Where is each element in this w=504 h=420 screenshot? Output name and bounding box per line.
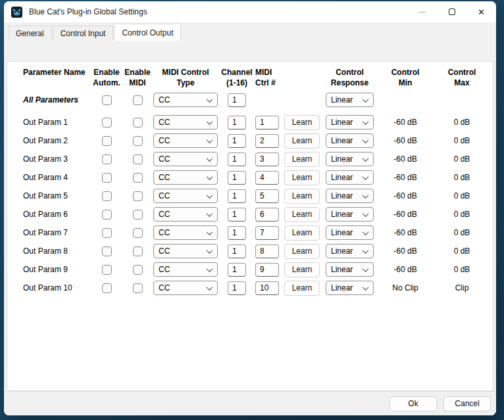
midi-control-type-select[interactable]: CC xyxy=(153,133,218,148)
control-response-select[interactable]: Linear xyxy=(326,133,374,148)
close-button[interactable]: ✕ xyxy=(466,1,496,22)
enable-midi-checkbox[interactable] xyxy=(133,95,143,105)
tab-general[interactable]: General xyxy=(8,26,52,40)
channel-input[interactable] xyxy=(228,208,246,222)
tab-control-input[interactable]: Control Input xyxy=(53,26,114,40)
control-max-value: 0 dB xyxy=(436,118,488,127)
enable-midi-checkbox[interactable] xyxy=(133,265,143,275)
learn-button[interactable]: Learn xyxy=(284,225,320,241)
midi-ctrl-input[interactable] xyxy=(255,245,279,258)
header-control-response: ControlResponse xyxy=(326,67,374,88)
param-name-label: Out Param 6 xyxy=(23,210,97,219)
midi-ctrl-input[interactable] xyxy=(255,189,279,203)
title-bar[interactable]: Blue Cat's Plug-in Global Settings ✕ xyxy=(4,1,496,22)
enable-midi-checkbox[interactable] xyxy=(133,246,143,256)
enable-autom-checkbox[interactable] xyxy=(102,173,112,183)
learn-button[interactable]: Learn xyxy=(284,152,320,167)
midi-ctrl-input[interactable] xyxy=(255,263,279,277)
enable-autom-checkbox[interactable] xyxy=(102,210,112,220)
maximize-icon xyxy=(449,9,455,15)
ok-button[interactable]: Ok xyxy=(390,396,437,411)
midi-ctrl-input[interactable] xyxy=(255,208,279,222)
param-name-label: Out Param 9 xyxy=(23,265,97,274)
enable-autom-checkbox[interactable] xyxy=(102,118,112,128)
control-response-select[interactable]: Linear xyxy=(326,170,374,185)
midi-ctrl-input[interactable] xyxy=(255,134,279,148)
control-response-select[interactable]: Linear xyxy=(326,93,374,107)
channel-input[interactable] xyxy=(228,226,246,240)
maximize-button[interactable] xyxy=(437,1,466,22)
learn-button[interactable]: Learn xyxy=(284,207,320,222)
learn-button[interactable]: Learn xyxy=(284,262,320,277)
enable-autom-checkbox[interactable] xyxy=(102,95,112,105)
channel-input[interactable] xyxy=(228,134,246,148)
enable-autom-checkbox[interactable] xyxy=(102,154,112,164)
enable-midi-checkbox[interactable] xyxy=(133,210,143,220)
enable-midi-checkbox[interactable] xyxy=(133,154,143,164)
control-min-value: -60 dB xyxy=(379,246,432,256)
channel-input[interactable] xyxy=(228,116,246,129)
enable-midi-checkbox[interactable] xyxy=(133,283,143,293)
enable-autom-checkbox[interactable] xyxy=(102,283,112,293)
learn-button[interactable]: Learn xyxy=(284,133,320,149)
midi-ctrl-input[interactable] xyxy=(255,226,279,240)
control-min-value: -60 dB xyxy=(379,265,432,274)
learn-button[interactable]: Learn xyxy=(284,189,320,204)
enable-midi-checkbox[interactable] xyxy=(133,118,143,128)
chevron-down-icon xyxy=(207,118,213,125)
tab-control-output[interactable]: Control Output xyxy=(114,24,181,41)
learn-button[interactable]: Learn xyxy=(284,115,320,130)
learn-button[interactable]: Learn xyxy=(284,244,320,259)
chevron-down-icon xyxy=(363,155,369,162)
enable-autom-checkbox[interactable] xyxy=(102,265,112,275)
chevron-down-icon xyxy=(363,174,369,180)
enable-midi-checkbox[interactable] xyxy=(133,228,143,238)
midi-ctrl-input[interactable] xyxy=(255,116,279,129)
midi-control-type-select[interactable]: CC xyxy=(153,93,218,107)
midi-ctrl-input[interactable] xyxy=(255,171,279,185)
midi-control-type-select[interactable]: CC xyxy=(153,207,218,222)
midi-control-type-select[interactable]: CC xyxy=(153,170,218,185)
control-response-select[interactable]: Linear xyxy=(326,152,374,166)
param-name-label: Out Param 5 xyxy=(23,191,97,200)
midi-control-type-select[interactable]: CC xyxy=(153,262,218,277)
midi-ctrl-input[interactable] xyxy=(255,281,279,295)
channel-input[interactable] xyxy=(228,245,246,258)
table-row: Out Param 7 CC Learn Linear -60 dB 0 dB xyxy=(23,223,493,242)
control-response-select[interactable]: Linear xyxy=(326,189,374,203)
control-response-select[interactable]: Linear xyxy=(326,115,374,129)
midi-control-type-select[interactable]: CC xyxy=(153,244,218,258)
header-channel: Channel(1-16) xyxy=(228,67,246,88)
channel-input[interactable] xyxy=(228,281,246,295)
control-min-value: No Clip xyxy=(379,283,432,292)
midi-control-type-select[interactable]: CC xyxy=(153,281,218,295)
channel-input[interactable] xyxy=(228,93,246,107)
learn-button[interactable]: Learn xyxy=(284,170,320,185)
enable-midi-checkbox[interactable] xyxy=(133,136,143,146)
enable-midi-checkbox[interactable] xyxy=(133,173,143,183)
enable-autom-checkbox[interactable] xyxy=(102,191,112,201)
enable-midi-checkbox[interactable] xyxy=(133,191,143,201)
midi-control-type-select[interactable]: CC xyxy=(153,115,218,129)
control-max-value: 0 dB xyxy=(436,210,488,219)
channel-input[interactable] xyxy=(228,263,246,277)
channel-input[interactable] xyxy=(228,171,246,185)
control-response-select[interactable]: Linear xyxy=(326,207,374,222)
learn-button[interactable]: Learn xyxy=(284,281,320,296)
control-response-select[interactable]: Linear xyxy=(326,281,374,295)
control-response-select[interactable]: Linear xyxy=(326,262,374,277)
control-response-select[interactable]: Linear xyxy=(326,225,374,240)
enable-autom-checkbox[interactable] xyxy=(102,228,112,238)
midi-control-type-select[interactable]: CC xyxy=(153,189,218,203)
midi-control-type-select[interactable]: CC xyxy=(153,225,218,240)
cancel-button[interactable]: Cancel xyxy=(443,396,491,411)
blue-cat-app-icon xyxy=(11,7,22,18)
channel-input[interactable] xyxy=(228,189,246,203)
channel-input[interactable] xyxy=(228,152,246,166)
minimize-button[interactable] xyxy=(407,1,437,22)
enable-autom-checkbox[interactable] xyxy=(102,246,112,256)
enable-autom-checkbox[interactable] xyxy=(102,136,112,146)
midi-control-type-select[interactable]: CC xyxy=(153,152,218,166)
midi-ctrl-input[interactable] xyxy=(255,152,279,166)
control-response-select[interactable]: Linear xyxy=(326,244,374,258)
